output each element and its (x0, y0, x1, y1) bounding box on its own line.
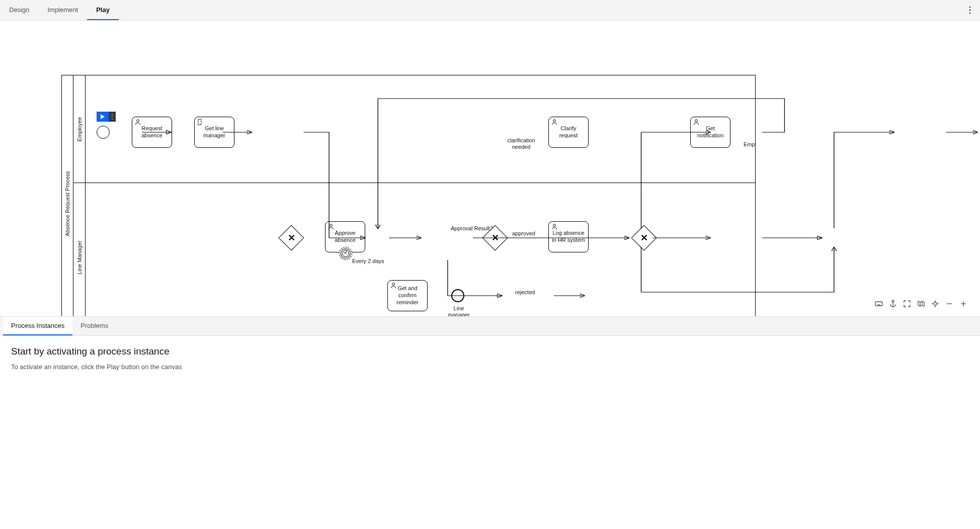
minimap-icon[interactable] (917, 299, 926, 308)
label-rejected: rejected (515, 289, 535, 296)
task-log-absence[interactable]: Log absence in HR system (548, 221, 589, 252)
label-every-2-days: Every 2 days (352, 258, 384, 264)
svg-rect-17 (875, 302, 882, 306)
tab-play[interactable]: Play (87, 0, 119, 20)
tab-implement[interactable]: Implement (38, 0, 87, 20)
task-label: Request absence (135, 125, 169, 139)
svg-point-6 (330, 224, 333, 227)
label-empl-truncated: Empl (744, 141, 756, 148)
anchor-icon[interactable] (888, 299, 897, 308)
end-event-reminded[interactable] (451, 289, 464, 302)
lane-line-manager-label: Line Manager (76, 240, 83, 274)
user-task-marker-icon (550, 223, 558, 231)
tab-design[interactable]: Design (0, 0, 38, 20)
lane-employee-label: Employee (76, 117, 83, 141)
label-line-manager-reminded: Line manager reminded (443, 305, 475, 316)
overflow-menu-icon[interactable] (960, 0, 980, 20)
bottom-tab-bar: Process Instances Problems (0, 317, 980, 336)
task-get-notification[interactable]: Get notification (690, 117, 730, 148)
user-task-marker-icon (134, 118, 142, 126)
locate-icon[interactable] (931, 299, 940, 308)
bottom-subtext: To activate an instance, click the Play … (11, 363, 969, 371)
task-get-line-manager[interactable]: Get line manager (194, 117, 234, 148)
svg-point-7 (392, 283, 395, 286)
svg-point-0 (969, 7, 971, 8)
task-label: Log absence in HR system (552, 230, 585, 244)
label-approved: approved (512, 230, 535, 237)
pool-title-label: Absence Request Process (64, 171, 70, 236)
lane-employee: Employee (73, 75, 86, 183)
bottom-content: Start by activating a process instance T… (0, 336, 980, 391)
canvas-toolbar (871, 297, 971, 310)
user-task-marker-icon (327, 223, 335, 231)
top-tab-bar: Design Implement Play (0, 0, 980, 21)
keyboard-icon[interactable] (874, 299, 883, 308)
svg-point-4 (553, 120, 556, 122)
play-menu-icon[interactable]: ⋮ (109, 112, 116, 122)
label-clarification-needed: clarification needed (506, 137, 536, 150)
start-event[interactable] (97, 126, 110, 139)
tab-problems[interactable]: Problems (72, 317, 116, 335)
boundary-timer-event[interactable] (339, 247, 352, 260)
svg-point-26 (934, 302, 937, 305)
svg-point-1 (969, 10, 971, 11)
lane-separator (73, 183, 755, 183)
start-event-play-badge: ⋮ (97, 112, 116, 122)
svg-point-2 (969, 13, 971, 14)
task-request-absence[interactable]: Request absence (132, 117, 172, 148)
bottom-panel: Process Instances Problems Start by acti… (0, 316, 980, 391)
expand-icon[interactable] (903, 299, 912, 308)
bpmn-canvas[interactable]: Absence Request Process Employee Line Ma… (0, 21, 980, 316)
task-clarify-request[interactable]: Clarify request (548, 117, 589, 148)
task-get-confirm-reminder[interactable]: Get and confirm reminder (387, 280, 428, 311)
user-task-marker-icon (389, 282, 397, 290)
play-button[interactable] (97, 112, 109, 122)
tab-process-instances[interactable]: Process Instances (3, 317, 72, 335)
bottom-heading: Start by activating a process instance (11, 346, 969, 357)
svg-point-8 (553, 224, 556, 227)
svg-point-22 (892, 300, 894, 302)
svg-point-3 (137, 120, 139, 122)
svg-point-5 (695, 120, 698, 122)
zoom-in-icon[interactable] (959, 299, 968, 308)
task-label: Get notification (694, 125, 727, 139)
user-task-marker-icon (692, 118, 700, 126)
task-label: Clarify request (552, 125, 585, 139)
label-approval-result: Approval Result? (451, 225, 493, 232)
script-task-marker-icon (196, 118, 204, 126)
pool-title: Absence Request Process (61, 75, 73, 316)
task-label: Approve absence (329, 230, 362, 244)
lane-line-manager: Line Manager (73, 183, 86, 316)
user-task-marker-icon (550, 118, 558, 126)
task-label: Get line manager (198, 125, 231, 139)
zoom-out-icon[interactable] (945, 299, 954, 308)
